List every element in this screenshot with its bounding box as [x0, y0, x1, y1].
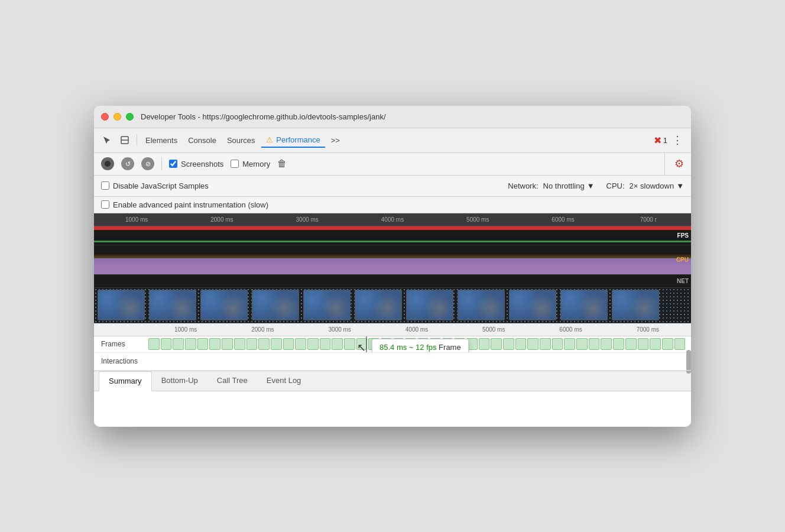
tab-more[interactable]: >> — [326, 134, 345, 147]
ruler-mark-b3: 3000 ms — [301, 326, 378, 333]
cpu-dropdown-arrow: ▼ — [676, 181, 684, 190]
disable-js-label[interactable]: Disable JavaScript Samples — [101, 181, 209, 190]
frame-block[interactable] — [515, 338, 527, 350]
screenshot-thumb[interactable] — [458, 290, 505, 320]
tab-console[interactable]: Console — [183, 134, 221, 147]
screenshots-checkbox[interactable] — [169, 160, 177, 168]
timeline-cursor — [366, 336, 367, 352]
frame-block[interactable] — [527, 338, 539, 350]
frame-block[interactable] — [491, 338, 502, 350]
frame-block[interactable] — [185, 338, 196, 350]
frame-block[interactable] — [552, 338, 563, 350]
frame-block[interactable] — [638, 338, 649, 350]
fps-track[interactable]: FPS — [94, 226, 691, 245]
frame-block[interactable] — [479, 338, 490, 350]
frame-block[interactable] — [540, 338, 551, 350]
trash-button[interactable]: 🗑 — [277, 158, 287, 169]
tab-sources[interactable]: Sources — [222, 134, 260, 147]
frame-block[interactable] — [283, 338, 294, 350]
timeline-overview[interactable]: 1000 ms 2000 ms 3000 ms 4000 ms 5000 ms … — [94, 213, 691, 323]
frame-block[interactable] — [173, 338, 184, 350]
disable-js-checkbox[interactable] — [101, 181, 109, 190]
frame-block[interactable] — [148, 338, 160, 350]
tab-performance[interactable]: ⚠ Performance — [261, 133, 325, 148]
more-options-button[interactable]: ⋮ — [669, 134, 686, 147]
tab-summary[interactable]: Summary — [99, 371, 152, 391]
screenshot-thumb[interactable] — [355, 290, 402, 320]
tab-bottom-up[interactable]: Bottom-Up — [152, 371, 207, 391]
interactions-track-row[interactable]: Interactions — [94, 353, 691, 371]
settings-gear-button[interactable]: ⚙ — [674, 157, 684, 170]
screenshot-thumb[interactable] — [509, 290, 556, 320]
cursor-tool-icon[interactable] — [99, 132, 115, 148]
error-badge-button[interactable]: ✖ 1 — [654, 135, 667, 146]
frame-block[interactable] — [246, 338, 258, 350]
frame-block[interactable] — [209, 338, 220, 350]
ruler-mark-1: 1000 ms — [94, 216, 179, 223]
frame-block[interactable] — [589, 338, 600, 350]
memory-checkbox-label[interactable]: Memory — [231, 160, 270, 168]
frame-block[interactable] — [650, 338, 661, 350]
refresh-record-button[interactable]: ↺ — [121, 157, 134, 170]
fps-label: FPS — [677, 232, 689, 239]
frame-block[interactable] — [161, 338, 172, 350]
frame-block[interactable] — [320, 338, 331, 350]
ruler-mark-4: 4000 ms — [350, 216, 435, 223]
screenshots-track[interactable] — [94, 288, 691, 323]
cpu-purple-area — [94, 258, 691, 274]
frame-block[interactable] — [601, 338, 612, 350]
dock-icon[interactable] — [116, 132, 133, 148]
cpu-dropdown[interactable]: 2× slowdown ▼ — [630, 181, 684, 190]
toolbar-separator — [137, 134, 137, 146]
frame-block[interactable] — [332, 338, 343, 350]
frames-content[interactable]: ↖ 85.4 ms ~ 12 fps Frame — [147, 336, 686, 352]
clear-button[interactable]: ⊘ — [141, 157, 154, 170]
frame-block[interactable] — [613, 338, 624, 350]
frame-block[interactable] — [344, 338, 355, 350]
maximize-button[interactable] — [126, 113, 134, 121]
interactions-label: Interactions — [94, 357, 147, 365]
screenshots-checkbox-label[interactable]: Screenshots — [169, 160, 223, 168]
screenshot-thumb[interactable] — [612, 290, 659, 320]
frames-track-row[interactable]: Frames — [94, 336, 691, 353]
frame-block[interactable] — [576, 338, 588, 350]
tab-elements[interactable]: Elements — [141, 134, 182, 147]
ruler-mark-2: 2000 ms — [179, 216, 264, 223]
network-dropdown[interactable]: No throttling ▼ — [543, 181, 595, 190]
screenshot-thumb[interactable] — [560, 290, 608, 320]
frame-block[interactable] — [222, 338, 233, 350]
frame-block[interactable] — [258, 338, 270, 350]
paint-label[interactable]: Enable advanced paint instrumentation (s… — [101, 200, 268, 209]
frame-block[interactable] — [271, 338, 282, 350]
record-button[interactable] — [101, 157, 114, 170]
screenshot-thumb[interactable] — [149, 290, 196, 320]
minimize-button[interactable] — [113, 113, 121, 121]
screenshot-thumb[interactable] — [303, 290, 351, 320]
frame-block[interactable] — [625, 338, 637, 350]
close-button[interactable] — [101, 113, 109, 121]
ruler-mark-5: 5000 ms — [435, 216, 520, 223]
memory-checkbox[interactable] — [231, 160, 239, 168]
frame-block[interactable] — [307, 338, 319, 350]
frame-block[interactable] — [197, 338, 209, 350]
screenshot-thumb[interactable] — [252, 290, 299, 320]
frame-block[interactable] — [662, 338, 673, 350]
frame-block[interactable] — [674, 338, 686, 350]
cpu-track[interactable]: CPU — [94, 245, 691, 275]
frame-block[interactable] — [503, 338, 514, 350]
frame-block[interactable] — [564, 338, 575, 350]
tab-call-tree[interactable]: Call Tree — [207, 371, 257, 391]
timeline-ruler-top: 1000 ms 2000 ms 3000 ms 4000 ms 5000 ms … — [94, 213, 691, 226]
screenshot-thumb[interactable] — [406, 290, 453, 320]
screenshot-thumb[interactable] — [98, 290, 145, 320]
cursor-arrow-icon: ↖ — [357, 341, 366, 352]
paint-checkbox[interactable] — [101, 200, 109, 209]
frame-block[interactable] — [234, 338, 245, 350]
tab-event-log[interactable]: Event Log — [257, 371, 311, 391]
detail-panel: 1000 ms 2000 ms 3000 ms 4000 ms 5000 ms … — [94, 323, 691, 371]
ruler-mark-b5: 5000 ms — [455, 326, 532, 333]
interactions-content[interactable] — [147, 353, 686, 370]
screenshot-thumb[interactable] — [200, 290, 248, 320]
frame-block[interactable] — [295, 338, 306, 350]
net-track[interactable]: NET — [94, 275, 691, 288]
